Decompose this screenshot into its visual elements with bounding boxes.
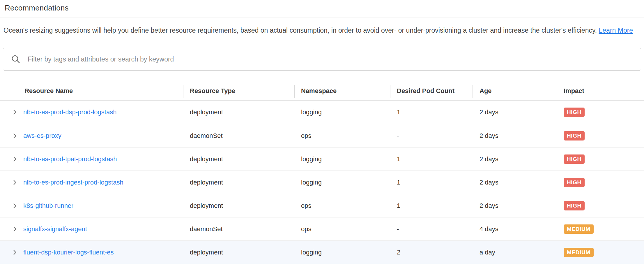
age-cell: 2 days: [473, 202, 557, 210]
column-header-age[interactable]: Age: [473, 82, 557, 100]
impact-cell: HIGH: [557, 154, 644, 164]
impact-cell: MEDIUM: [557, 248, 644, 257]
resource-name-cell: signalfx-signalfx-agent: [0, 225, 183, 233]
impact-cell: HIGH: [557, 201, 644, 210]
resource-type-cell: deployment: [183, 202, 294, 210]
impact-badge: HIGH: [564, 131, 585, 140]
desired-pod-count-cell: -: [390, 225, 473, 233]
page-title: Recommendations: [5, 3, 639, 13]
resource-type-cell: daemonSet: [183, 225, 294, 233]
chevron-right-icon[interactable]: [12, 133, 18, 139]
impact-cell: HIGH: [557, 108, 644, 117]
impact-cell: HIGH: [557, 178, 644, 187]
chevron-right-icon[interactable]: [12, 226, 18, 232]
impact-cell: MEDIUM: [557, 224, 644, 234]
resource-name-cell: nlb-to-es-prod-tpat-prod-logstash: [0, 155, 183, 163]
resource-name-cell: aws-es-proxy: [0, 132, 183, 140]
resource-name-link[interactable]: nlb-to-es-prod-tpat-prod-logstash: [23, 155, 117, 163]
age-cell: 4 days: [473, 225, 557, 233]
chevron-right-icon[interactable]: [12, 203, 18, 209]
age-cell: a day: [473, 249, 557, 256]
resource-name-link[interactable]: k8s-github-runner: [23, 202, 73, 210]
desired-pod-count-cell: 2: [390, 249, 473, 256]
impact-badge: HIGH: [564, 178, 585, 187]
resource-type-cell: deployment: [183, 249, 294, 256]
table-row[interactable]: aws-es-proxy daemonSet ops - 2 days HIGH: [0, 124, 644, 147]
page-header: Recommendations: [0, 0, 644, 17]
resource-name-link[interactable]: nlb-to-es-prod-ingest-prod-logstash: [23, 179, 123, 186]
namespace-cell: logging: [294, 155, 390, 163]
resource-name-link[interactable]: signalfx-signalfx-agent: [23, 225, 87, 233]
namespace-cell: ops: [294, 132, 390, 140]
learn-more-link[interactable]: Learn More: [599, 27, 633, 34]
age-cell: 2 days: [473, 155, 557, 163]
desired-pod-count-cell: 1: [390, 179, 473, 186]
table-row[interactable]: k8s-github-runner deployment ops 1 2 day…: [0, 194, 644, 217]
table-row[interactable]: nlb-to-es-prod-ingest-prod-logstash depl…: [0, 171, 644, 194]
namespace-cell: ops: [294, 202, 390, 210]
age-cell: 2 days: [473, 108, 557, 116]
resource-type-cell: deployment: [183, 155, 294, 163]
age-cell: 2 days: [473, 179, 557, 186]
impact-badge: MEDIUM: [564, 224, 594, 234]
chevron-right-icon[interactable]: [12, 179, 18, 186]
impact-cell: HIGH: [557, 131, 644, 140]
table-row[interactable]: signalfx-signalfx-agent daemonSet ops - …: [0, 217, 644, 240]
search-input[interactable]: [28, 55, 633, 63]
resource-name-cell: nlb-to-es-prod-ingest-prod-logstash: [0, 179, 183, 186]
resource-type-cell: deployment: [183, 108, 294, 116]
column-header-desired-pod-count[interactable]: Desired Pod Count: [390, 82, 473, 100]
namespace-cell: ops: [294, 225, 390, 233]
chevron-right-icon[interactable]: [12, 109, 18, 115]
impact-badge: MEDIUM: [564, 248, 594, 257]
description-text: Ocean's resizing suggestions will help y…: [3, 27, 597, 34]
table-header: Resource Name Resource Type Namespace De…: [0, 82, 644, 101]
resource-name-link[interactable]: nlb-to-es-prod-dsp-prod-logstash: [23, 108, 116, 116]
column-header-namespace[interactable]: Namespace: [294, 82, 390, 100]
table-row[interactable]: nlb-to-es-prod-tpat-prod-logstash deploy…: [0, 147, 644, 171]
recommendations-table-body: nlb-to-es-prod-dsp-prod-logstash deploym…: [0, 101, 644, 264]
impact-badge: HIGH: [564, 201, 585, 210]
table-row[interactable]: nlb-to-es-prod-dsp-prod-logstash deploym…: [0, 101, 644, 124]
chevron-right-icon[interactable]: [12, 249, 18, 256]
search-icon: [11, 54, 21, 64]
page-description: Ocean's resizing suggestions will help y…: [0, 17, 641, 36]
resource-name-link[interactable]: fluent-dsp-kourier-logs-fluent-es: [23, 249, 114, 256]
resource-name-cell: k8s-github-runner: [0, 202, 183, 210]
impact-badge: HIGH: [564, 108, 585, 117]
resource-name-link[interactable]: aws-es-proxy: [23, 132, 61, 140]
namespace-cell: logging: [294, 249, 390, 256]
column-header-resource-name[interactable]: Resource Name: [0, 82, 183, 100]
chevron-right-icon[interactable]: [12, 156, 18, 162]
impact-badge: HIGH: [564, 154, 585, 164]
resource-type-cell: deployment: [183, 179, 294, 186]
table-row[interactable]: fluent-dsp-kourier-logs-fluent-es deploy…: [0, 240, 644, 264]
desired-pod-count-cell: 1: [390, 108, 473, 116]
age-cell: 2 days: [473, 132, 557, 140]
desired-pod-count-cell: 1: [390, 155, 473, 163]
column-header-resource-type[interactable]: Resource Type: [183, 82, 294, 100]
desired-pod-count-cell: 1: [390, 202, 473, 210]
resource-type-cell: daemonSet: [183, 132, 294, 140]
namespace-cell: logging: [294, 179, 390, 186]
namespace-cell: logging: [294, 108, 390, 116]
resource-name-cell: nlb-to-es-prod-dsp-prod-logstash: [0, 108, 183, 116]
filter-search-box[interactable]: [3, 48, 641, 71]
resource-name-cell: fluent-dsp-kourier-logs-fluent-es: [0, 249, 183, 256]
column-header-impact[interactable]: Impact: [557, 82, 644, 100]
desired-pod-count-cell: -: [390, 132, 473, 140]
